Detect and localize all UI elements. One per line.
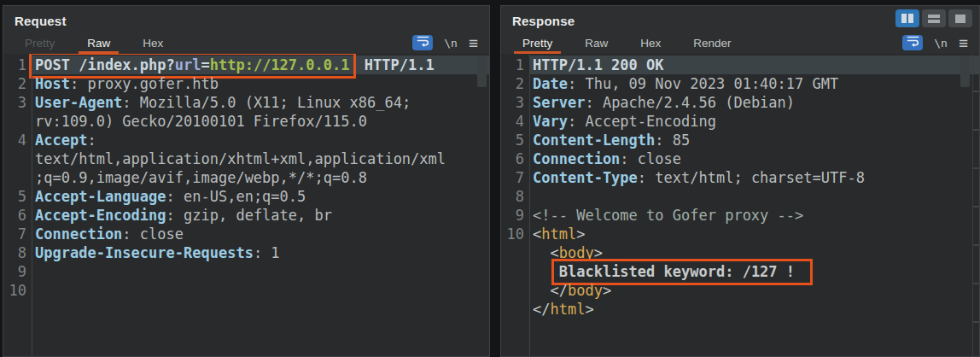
layout-btn-single-view[interactable] xyxy=(948,9,972,27)
code-segment: <!-- Welcome to Gofer proxy --> xyxy=(533,207,803,224)
line-number: 3 xyxy=(501,93,529,112)
word-wrap-button[interactable] xyxy=(412,35,433,50)
code-segment: rv:109.0) Gecko/20100101 Firefox/115.0 xyxy=(35,113,367,130)
line-content xyxy=(32,281,489,300)
request-panel-title: Request xyxy=(15,14,67,28)
code-segment: Upgrade-Insecure-Requests xyxy=(35,244,254,261)
request-tabbar: PrettyRawHex \n ≡ xyxy=(3,32,489,54)
code-segment: : proxy.gofer.htb xyxy=(70,75,219,92)
line-content: Vary: Accept-Encoding xyxy=(529,112,979,131)
line-number: 4 xyxy=(501,112,529,131)
line-number: 3 xyxy=(3,93,32,112)
code-line: 6Connection: close xyxy=(501,149,979,168)
gutter-divider xyxy=(32,54,32,356)
code-line: 8 xyxy=(501,187,979,206)
line-number xyxy=(501,243,529,262)
tab-raw[interactable]: Raw xyxy=(80,32,117,54)
code-segment: Content-Length xyxy=(533,132,655,149)
request-panel: Request PrettyRawHex \n ≡ xyxy=(3,5,490,357)
request-tabs: PrettyRawHex xyxy=(9,32,179,54)
line-number: 10 xyxy=(3,281,32,300)
code-line: </html> xyxy=(501,300,979,319)
message-editor-split-view: Request PrettyRawHex \n ≡ xyxy=(0,0,980,357)
line-number xyxy=(3,112,32,131)
request-editor[interactable]: 1POST /index.php?url=http://127.0.0.1 HT… xyxy=(3,54,489,356)
line-content: text/html,application/xhtml+xml,applicat… xyxy=(32,149,489,168)
code-line: 8Upgrade-Insecure-Requests: 1 xyxy=(3,243,489,262)
editor-menu-icon[interactable]: ≡ xyxy=(959,35,968,51)
code-segment: Accept-Encoding xyxy=(35,207,166,224)
line-number: 10 xyxy=(501,225,529,243)
code-segment: Connection xyxy=(533,150,620,167)
code-segment: Connection xyxy=(35,225,122,243)
line-content: </body> xyxy=(529,281,979,300)
code-line: 5Content-Length: 85 xyxy=(501,131,979,149)
code-segment: < xyxy=(533,225,541,243)
request-scrollbar-thumb[interactable] xyxy=(477,56,487,87)
code-line: ;q=0.9,image/avif,image/webp,*/*;q=0.8 xyxy=(3,168,489,187)
line-content: Date: Thu, 09 Nov 2023 01:40:17 GMT xyxy=(529,74,979,93)
tab-raw[interactable]: Raw xyxy=(578,32,615,54)
line-content: POST /index.php?url=http://127.0.0.1 HTT… xyxy=(32,56,489,74)
line-number xyxy=(501,262,529,281)
line-number: 5 xyxy=(3,187,32,206)
code-line: 7Connection: close xyxy=(3,225,489,243)
code-segment: Host xyxy=(35,75,70,92)
response-tab-controls: \n ≡ xyxy=(902,35,979,51)
line-number: 5 xyxy=(501,131,529,149)
code-line: 7Content-Type: text/html; charset=UTF-8 xyxy=(501,168,979,187)
code-segment: : Mozilla/5.0 (X11; Linux x86_64; xyxy=(122,94,411,111)
request-code: 1POST /index.php?url=http://127.0.0.1 HT… xyxy=(3,56,489,300)
code-segment: : Thu, 09 Nov 2023 01:40:17 GMT xyxy=(568,75,838,92)
scroll-marker-lane xyxy=(972,54,979,356)
line-content: Accept-Language: en-US,en;q=0.5 xyxy=(32,187,489,206)
show-newlines-toggle[interactable]: \n xyxy=(934,37,948,50)
response-panel: Response PrettyRawHexRender xyxy=(500,5,980,357)
line-content: Blacklisted keyword: /127 ! xyxy=(529,262,979,281)
editor-menu-icon[interactable]: ≡ xyxy=(469,35,478,51)
line-content: </html> xyxy=(529,300,979,319)
word-wrap-button[interactable] xyxy=(902,35,923,50)
line-number xyxy=(501,300,529,319)
code-line: 10 xyxy=(3,281,489,300)
code-segment: HTTP/1.1 200 OK xyxy=(533,56,664,73)
code-line: 5Accept-Language: en-US,en;q=0.5 xyxy=(3,187,489,206)
code-segment: html xyxy=(550,301,585,318)
code-segment: Server xyxy=(533,94,585,111)
response-tabbar: PrettyRawHexRender \n ≡ xyxy=(501,32,979,54)
code-line: 1POST /index.php?url=http://127.0.0.1 HT… xyxy=(3,56,489,74)
code-segment: Vary xyxy=(533,113,568,130)
line-content: Server: Apache/2.4.56 (Debian) xyxy=(529,93,979,112)
columns-view-icon xyxy=(901,14,907,23)
response-scrollbar-thumb[interactable] xyxy=(960,56,970,87)
word-wrap-icon xyxy=(417,35,429,50)
show-newlines-toggle[interactable]: \n xyxy=(444,37,458,50)
code-segment: http://127.0.0.1 xyxy=(210,56,350,73)
line-number: 2 xyxy=(3,74,32,93)
line-content: Connection: close xyxy=(32,225,489,243)
layout-btn-rows-view[interactable] xyxy=(922,9,946,27)
tab-hex[interactable]: Hex xyxy=(633,32,668,54)
code-segment: POST /index.php? xyxy=(35,56,175,73)
code-segment: : close xyxy=(122,225,184,243)
line-number: 8 xyxy=(3,243,32,262)
code-segment: </ xyxy=(533,282,568,299)
code-line: 4Vary: Accept-Encoding xyxy=(501,112,979,131)
rows-view-icon xyxy=(928,15,940,23)
tab-pretty[interactable]: Pretty xyxy=(516,32,559,54)
code-segment: Blacklisted keyword: /127 ! xyxy=(559,263,795,280)
code-segment: : Accept-Encoding xyxy=(568,113,716,130)
tab-pretty[interactable]: Pretty xyxy=(18,32,61,54)
code-segment: : xyxy=(87,132,96,149)
code-segment: html xyxy=(541,225,576,243)
code-segment: > xyxy=(576,225,585,243)
line-number xyxy=(3,149,32,168)
code-segment: > xyxy=(585,301,593,318)
line-number xyxy=(3,168,32,187)
tab-render[interactable]: Render xyxy=(686,32,738,54)
code-line: rv:109.0) Gecko/20100101 Firefox/115.0 xyxy=(3,112,489,131)
layout-btn-columns-view[interactable] xyxy=(895,9,919,27)
response-panel-header: Response xyxy=(501,6,979,32)
response-editor[interactable]: 1HTTP/1.1 200 OK2Date: Thu, 09 Nov 2023 … xyxy=(501,54,979,356)
tab-hex[interactable]: Hex xyxy=(136,32,170,54)
